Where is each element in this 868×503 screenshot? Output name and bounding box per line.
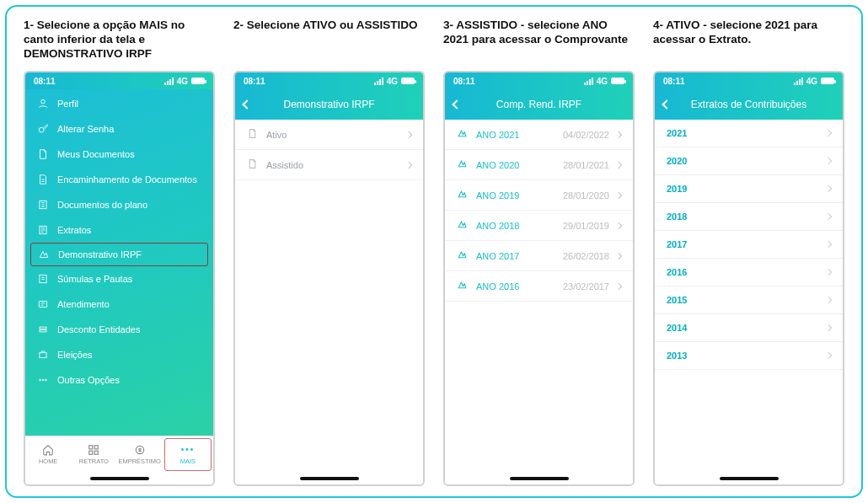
list-item[interactable]: ANO 202104/02/2022	[445, 120, 633, 150]
list-item-date: 28/01/2021	[563, 160, 609, 170]
year-item-2019[interactable]: 2019	[655, 175, 843, 203]
chevron-left-icon	[242, 99, 251, 109]
receipt-icon	[457, 158, 468, 171]
nav-emprestimo[interactable]: EMPRÉSTIMO	[117, 436, 163, 473]
list-item-date: 04/02/2022	[563, 130, 609, 140]
list-item[interactable]: Ativo	[235, 120, 423, 150]
step-4: 4- ATIVO - selecione 2021 para acessar o…	[653, 19, 844, 486]
menu-item-alterar-senha[interactable]: Alterar Senha	[25, 116, 213, 142]
svg-point-8	[42, 379, 44, 381]
receipt-icon	[457, 189, 468, 201]
screen-title: Demonstrativo IRPF	[283, 99, 374, 110]
nav-mais[interactable]: ••• MAIS	[164, 438, 212, 471]
chevron-right-icon	[615, 222, 622, 228]
list-item-label: ANO 2018	[476, 221, 519, 231]
battery-icon	[191, 78, 205, 84]
grid-icon	[88, 444, 99, 456]
list-item-label: ANO 2019	[476, 190, 519, 201]
menu-item-demonstrativo-irpf[interactable]: Demonstrativo IRPF	[30, 243, 208, 266]
chevron-right-icon	[825, 158, 832, 164]
year-label: 2017	[667, 239, 687, 249]
nav-home-label: HOME	[39, 458, 58, 465]
more-menu-body: PerfilAlterar SenhaMeus DocumentosEncami…	[25, 89, 213, 436]
nav-retrato[interactable]: RETRATO	[71, 436, 116, 473]
home-icon	[42, 444, 54, 456]
year-item-2014[interactable]: 2014	[655, 314, 843, 342]
chevron-right-icon	[825, 324, 832, 331]
signal-icon	[164, 78, 174, 85]
chevron-right-icon	[615, 282, 622, 289]
menu-icon	[37, 123, 49, 135]
phone-4: 08:11 4G Extratos de Contribuições 20212…	[653, 71, 844, 486]
menu-item-label: Alterar Senha	[57, 124, 114, 134]
menu-item-encaminhamento-de-documentos[interactable]: Encaminhamento de Documentos	[25, 167, 213, 192]
year-item-2018[interactable]: 2018	[655, 203, 843, 231]
list-item[interactable]: ANO 201829/01/2019	[445, 211, 633, 241]
menu-item-meus-documentos[interactable]: Meus Documentos	[25, 142, 213, 167]
year-item-2015[interactable]: 2015	[655, 286, 843, 314]
list-item-date: 28/01/2020	[563, 190, 609, 201]
screen-title: Extratos de Contribuições	[691, 99, 806, 110]
receipt-icon	[457, 249, 468, 262]
menu-item-s-mulas-e-pautas[interactable]: Súmulas e Pautas	[25, 266, 213, 292]
year-label: 2014	[667, 323, 687, 333]
list-body: AtivoAssistido	[235, 120, 423, 473]
svg-point-7	[40, 379, 41, 381]
menu-item-outras-op-es[interactable]: Outras Opções	[25, 367, 213, 393]
svg-rect-11	[95, 446, 99, 449]
step-2: 2- Selecione ATIVO ou ASSISTIDO 08:11 4G…	[233, 19, 425, 486]
year-item-2021[interactable]: 2021	[655, 120, 843, 147]
receipt-icon	[457, 128, 468, 141]
year-item-2017[interactable]: 2017	[655, 231, 843, 259]
chevron-left-icon	[662, 99, 671, 109]
menu-item-label: Desconto Entidades	[57, 324, 140, 334]
list-item[interactable]: ANO 201928/01/2020	[445, 180, 633, 211]
year-label: 2015	[667, 295, 687, 305]
chevron-right-icon	[615, 191, 622, 198]
battery-icon	[611, 78, 624, 84]
more-icon: •••	[182, 444, 194, 456]
svg-rect-10	[89, 446, 93, 449]
list-body: ANO 202104/02/2022ANO 202028/01/2021ANO …	[445, 120, 633, 473]
menu-item-perfil[interactable]: Perfil	[25, 91, 213, 116]
menu-icon	[37, 148, 49, 160]
chevron-right-icon	[825, 185, 832, 192]
network-label: 4G	[597, 77, 608, 86]
list-item[interactable]: ANO 202028/01/2021	[445, 150, 633, 180]
menu-item-desconto-entidades[interactable]: Desconto Entidades	[25, 317, 213, 342]
list-item[interactable]: ANO 201726/02/2018	[445, 241, 633, 271]
menu-item-extratos[interactable]: Extratos	[25, 217, 213, 243]
menu-item-elei-es[interactable]: Eleições	[25, 342, 213, 367]
list-item[interactable]: ANO 201623/02/2017	[445, 271, 633, 302]
svg-rect-4	[40, 275, 46, 282]
list-body: 202120202019201820172016201520142013	[655, 120, 843, 473]
menu-item-documentos-do-plano[interactable]: Documentos do plano	[25, 192, 213, 217]
back-button[interactable]	[244, 99, 250, 110]
top-bar: Extratos de Contribuições	[655, 89, 843, 120]
caption-3: 3- ASSISTIDO - selecione ANO 2021 para a…	[443, 19, 635, 66]
network-label: 4G	[806, 77, 817, 86]
status-bar: 08:11 4G	[25, 72, 213, 89]
top-bar: Demonstrativo IRPF	[235, 89, 423, 120]
year-item-2020[interactable]: 2020	[655, 147, 843, 175]
list-item-date: 29/01/2019	[563, 221, 609, 231]
receipt-icon	[457, 280, 468, 292]
chevron-right-icon	[825, 241, 832, 248]
menu-icon	[37, 273, 49, 285]
menu-item-label: Encaminhamento de Documentos	[57, 174, 197, 185]
list-item[interactable]: Assistido	[235, 150, 423, 180]
year-item-2013[interactable]: 2013	[655, 342, 843, 370]
list-item-label: ANO 2017	[476, 251, 519, 261]
back-button[interactable]	[663, 99, 670, 110]
document-icon	[247, 128, 258, 141]
year-item-2016[interactable]: 2016	[655, 259, 843, 286]
tutorial-container: 1- Selecione a opção MAIS no canto infer…	[5, 5, 863, 498]
menu-item-label: Meus Documentos	[57, 149, 135, 159]
menu-item-atendimento[interactable]: Atendimento	[25, 292, 213, 317]
chevron-right-icon	[825, 213, 832, 220]
nav-home[interactable]: HOME	[25, 436, 71, 473]
phone-2: 08:11 4G Demonstrativo IRPF AtivoAssisti…	[233, 71, 425, 486]
signal-icon	[584, 78, 593, 85]
back-button[interactable]	[453, 99, 460, 110]
year-label: 2021	[667, 128, 687, 138]
